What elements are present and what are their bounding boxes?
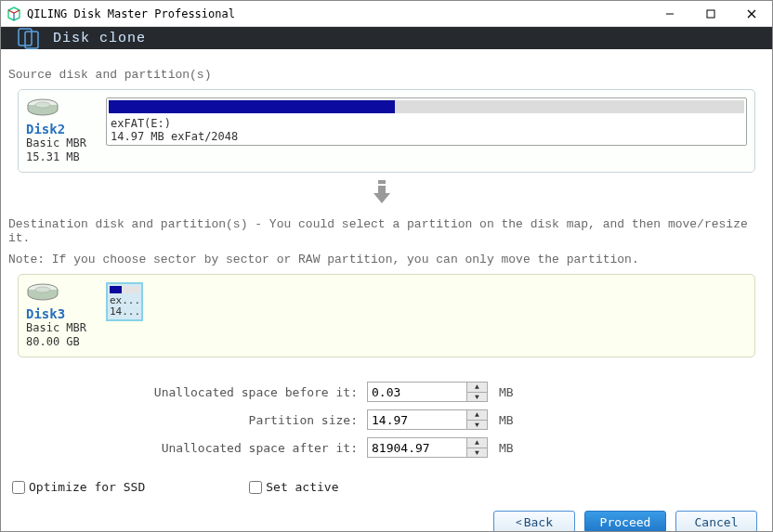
size-input[interactable] [368,410,466,429]
disk-clone-icon [18,27,40,49]
title-bar: QILING Disk Master Professional [1,1,772,27]
size-down[interactable]: ▼ [467,421,487,430]
before-unit: MB [499,385,514,399]
action-buttons: < Back Proceed Cancel [1,501,772,532]
set-active-label: Set active [266,480,338,494]
source-partition-label: exFAT(E:) [109,117,744,130]
optimize-ssd-label: Optimize for SSD [29,480,145,494]
destination-disk-box[interactable]: Disk3 Basic MBR 80.00 GB ex... 14... [18,274,755,357]
arrow-down-icon [8,180,755,208]
svg-rect-3 [707,10,714,18]
destination-partition-tile[interactable]: ex... 14... [106,282,143,321]
destination-tile-line1: ex... [110,295,139,306]
source-partition-detail: 14.97 MB exFat/2048 [109,130,744,143]
svg-rect-10 [378,180,386,184]
after-spinner[interactable]: ▲ ▼ [367,437,488,458]
optimize-ssd-input[interactable] [12,481,25,494]
set-active-input[interactable] [249,481,262,494]
chevron-left-icon: < [516,516,522,528]
svg-rect-11 [378,186,386,193]
back-button-label: Back [524,515,553,529]
page-title: Disk clone [53,31,146,46]
cancel-button[interactable]: Cancel [675,511,757,532]
app-icon [7,6,21,21]
source-disk-size: 15.31 MB [26,150,80,164]
after-input[interactable] [368,438,466,457]
destination-disk-size: 80.00 GB [26,335,80,349]
destination-section-label: Destination disk and partition(s) - You … [8,217,755,245]
close-button[interactable] [731,1,772,27]
main-content: Source disk and partition(s) Disk2 Basic… [1,49,772,501]
window-title: QILING Disk Master Professional [27,7,235,20]
hard-disk-icon [26,97,59,120]
maximize-button[interactable] [690,1,731,27]
before-spinner[interactable]: ▲ ▼ [367,382,488,402]
source-disk-type: Basic MBR [26,136,86,150]
svg-point-14 [35,287,50,292]
optimize-ssd-checkbox[interactable]: Optimize for SSD [12,480,145,494]
size-unit: MB [499,413,514,427]
after-unit: MB [499,441,514,455]
destination-tile-line2: 14... [110,306,139,318]
source-disk-name: Disk2 [26,122,65,136]
destination-note: Note: If you choose sector by sector or … [8,253,755,266]
destination-disk-type: Basic MBR [26,321,86,335]
source-disk-box[interactable]: Disk2 Basic MBR 15.31 MB exFAT(E:) 14.97… [18,89,755,173]
hard-disk-icon [26,282,59,305]
after-down[interactable]: ▼ [467,448,487,458]
source-partition[interactable]: exFAT(E:) 14.97 MB exFat/2048 [106,97,747,146]
proceed-button-label: Proceed [600,515,651,529]
resize-controls: Unallocated space before it: ▲ ▼ MB Part… [8,380,755,460]
after-label: Unallocated space after it: [8,441,361,455]
page-header: Disk clone [1,27,772,49]
svg-marker-12 [373,193,390,203]
before-input[interactable] [368,383,466,401]
size-up[interactable]: ▲ [467,410,487,421]
source-section-label: Source disk and partition(s) [8,68,755,82]
before-up[interactable]: ▲ [467,383,487,393]
set-active-checkbox[interactable]: Set active [249,480,338,494]
cancel-button-label: Cancel [695,515,739,529]
proceed-button[interactable]: Proceed [584,511,666,532]
before-down[interactable]: ▼ [467,393,487,402]
before-label: Unallocated space before it: [8,385,361,399]
source-partition-used-bar [109,100,395,113]
back-button[interactable]: < Back [493,511,575,532]
after-up[interactable]: ▲ [467,438,487,448]
minimize-button[interactable] [649,1,690,27]
size-spinner[interactable]: ▲ ▼ [367,409,488,430]
size-label: Partition size: [8,413,361,427]
svg-point-9 [35,102,50,108]
destination-disk-name: Disk3 [26,306,65,321]
